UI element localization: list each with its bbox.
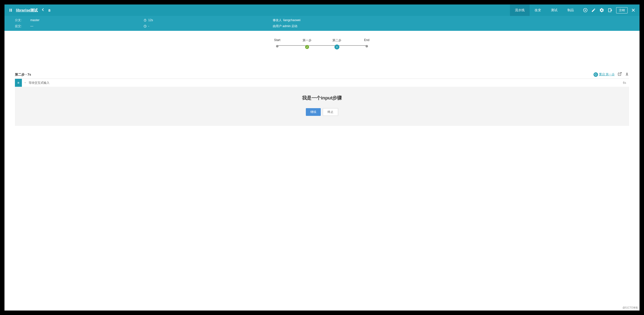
chevron-left-icon[interactable] xyxy=(42,8,44,12)
step-row[interactable]: 等待交互式输入 6s xyxy=(15,79,629,87)
detail-strip: 分支: 提交: master — 12s - 修改人 xyxy=(4,16,640,31)
stage-node-dot xyxy=(366,45,368,48)
step-section: 第二步 - 7s 重启 第一步 xyxy=(4,72,640,126)
svg-rect-0 xyxy=(10,9,10,12)
pause-status-icon xyxy=(8,8,13,12)
header-bar: librarise测试 8 流水线 改变 测试 制品 注销 xyxy=(4,4,640,16)
stage-node-success xyxy=(305,45,309,49)
exit-icon[interactable] xyxy=(608,8,613,13)
stage-label: 第二步 xyxy=(332,38,342,42)
step-actions: 重启 第一步 xyxy=(594,72,629,77)
svg-rect-1 xyxy=(11,9,12,12)
close-icon[interactable] xyxy=(631,8,636,12)
tab-tests[interactable]: 测试 xyxy=(546,4,562,16)
pipeline-title-link[interactable]: librarise测试 xyxy=(16,8,38,13)
stage-label: End xyxy=(364,38,369,42)
step-header: 第二步 - 7s 重启 第一步 xyxy=(15,72,629,79)
open-external-icon[interactable] xyxy=(618,72,622,77)
header-tabs: 流水线 改变 测试 制品 xyxy=(510,4,579,16)
edit-icon[interactable] xyxy=(591,8,596,12)
tab-changes[interactable]: 改变 xyxy=(530,4,546,16)
input-prompt-message: 我是一个input步骤 xyxy=(15,95,629,101)
tab-artifacts[interactable]: 制品 xyxy=(562,4,579,16)
run-number: 8 xyxy=(48,8,50,12)
pipeline-graph: Start 第一步 第二步 xyxy=(4,31,640,72)
gear-icon[interactable] xyxy=(599,8,604,13)
download-icon[interactable] xyxy=(625,72,629,77)
started-by-text: 由用户 admin 启动 xyxy=(273,24,298,28)
modifier-label: 修改人 xyxy=(273,18,282,22)
commit-value: — xyxy=(30,24,33,28)
stage-start[interactable]: Start xyxy=(262,38,292,49)
input-prompt: 我是一个input步骤 继续 终止 xyxy=(15,87,629,126)
step-title: 第二步 - 7s xyxy=(15,72,31,77)
abort-button[interactable]: 终止 xyxy=(323,108,338,116)
stage-end[interactable]: End xyxy=(352,38,382,49)
stopwatch-icon xyxy=(144,19,147,22)
stage-node-dot xyxy=(276,45,278,48)
stage-label: Start xyxy=(274,38,280,42)
svg-rect-6 xyxy=(336,46,337,48)
duration-value: 12s xyxy=(148,18,153,22)
restart-icon xyxy=(594,72,598,77)
chevron-down-icon[interactable] xyxy=(22,80,28,85)
branch-label: 分支: xyxy=(15,18,22,22)
watermark: @51CTO博客 xyxy=(622,306,638,310)
step-row-duration: 6s xyxy=(623,81,626,84)
stage-node-paused xyxy=(334,44,340,50)
step-status-paused-icon xyxy=(15,79,22,87)
continue-button[interactable]: 继续 xyxy=(306,108,321,116)
commit-label: 提交: xyxy=(15,24,22,28)
tab-pipeline[interactable]: 流水线 xyxy=(510,4,530,16)
logout-button[interactable]: 注销 xyxy=(616,7,628,14)
svg-rect-9 xyxy=(18,82,18,84)
step-row-label: 等待交互式输入 xyxy=(28,81,623,85)
rerun-icon[interactable] xyxy=(583,8,588,13)
svg-rect-7 xyxy=(337,46,338,48)
stage-step2[interactable]: 第二步 xyxy=(322,38,352,50)
stage-step1[interactable]: 第一步 xyxy=(292,38,322,50)
modifier-value: liangchaowei xyxy=(283,18,300,22)
restart-label: 重启 第一步 xyxy=(599,72,615,76)
restart-stage-link[interactable]: 重启 第一步 xyxy=(594,72,615,77)
svg-rect-8 xyxy=(626,75,628,75)
time-value: - xyxy=(148,24,149,28)
svg-rect-10 xyxy=(19,82,19,84)
branch-value: master xyxy=(30,18,40,22)
stage-label: 第一步 xyxy=(302,38,312,42)
header-actions: 注销 xyxy=(583,7,636,14)
header-left: librarise测试 8 xyxy=(8,8,510,13)
clock-icon xyxy=(144,24,147,28)
